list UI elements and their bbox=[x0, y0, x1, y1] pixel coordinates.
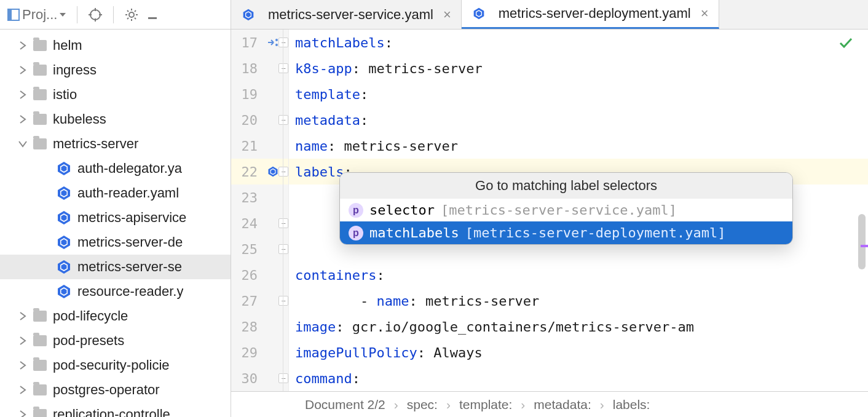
gutter-line[interactable]: 23 bbox=[231, 185, 288, 210]
code-line[interactable]: name: metrics-server bbox=[289, 133, 868, 159]
kubernetes-gutter-icon[interactable] bbox=[267, 166, 278, 177]
gutter-line[interactable]: 20− bbox=[231, 107, 288, 133]
chevron-right-icon: › bbox=[394, 397, 398, 412]
svg-line-13 bbox=[135, 18, 136, 19]
marker[interactable] bbox=[861, 245, 868, 247]
code-line[interactable]: - name: metrics-server bbox=[289, 288, 868, 314]
scrollbar[interactable] bbox=[857, 30, 868, 391]
chevron-right-icon[interactable] bbox=[12, 115, 33, 124]
fold-toggle[interactable]: − bbox=[278, 38, 288, 47]
gutter-line[interactable]: 21 bbox=[231, 133, 288, 159]
breadcrumb-item[interactable]: template: bbox=[459, 397, 512, 412]
chevron-right-icon[interactable] bbox=[12, 386, 33, 394]
select-opened-file-button[interactable] bbox=[85, 6, 106, 24]
gutter-line[interactable]: 30− bbox=[231, 365, 288, 391]
gutter-line[interactable]: 25− bbox=[231, 236, 288, 262]
chevron-right-icon[interactable] bbox=[12, 410, 33, 417]
fold-toggle[interactable]: − bbox=[278, 296, 288, 306]
tree-folder-item[interactable]: pod-presets bbox=[0, 328, 231, 353]
tree-file-item[interactable]: metrics-apiservice bbox=[0, 205, 231, 230]
chevron-down-icon[interactable] bbox=[12, 140, 33, 148]
folder-icon bbox=[33, 335, 47, 346]
tree-folder-item[interactable]: helm bbox=[0, 33, 231, 58]
tree-folder-item[interactable]: replication-controlle bbox=[0, 402, 231, 417]
fold-toggle[interactable]: − bbox=[278, 115, 288, 125]
line-number: 21 bbox=[242, 138, 258, 154]
tree-item-label: kubeless bbox=[53, 111, 106, 127]
close-icon[interactable]: × bbox=[701, 6, 709, 22]
breadcrumb-item[interactable]: metadata: bbox=[534, 397, 591, 412]
code-line[interactable]: k8s-app: metrics-server bbox=[289, 55, 868, 81]
kubernetes-file-icon bbox=[241, 7, 256, 22]
tree-file-item[interactable]: metrics-server-se bbox=[0, 255, 231, 279]
editor-tab[interactable]: metrics-server-deployment.yaml × bbox=[462, 0, 719, 29]
tree-folder-item[interactable]: istio bbox=[0, 82, 231, 107]
project-tool-window-button[interactable]: Proj... bbox=[4, 4, 69, 25]
breadcrumb[interactable]: Document 2/2›spec:›template:›metadata:›l… bbox=[231, 391, 868, 417]
goto-popup: Go to matching label selectors p selecto… bbox=[339, 172, 793, 245]
popup-item[interactable]: p selector [metrics-server-service.yaml] bbox=[340, 199, 792, 221]
tree-folder-item[interactable]: pod-security-policie bbox=[0, 353, 231, 378]
tree-file-item[interactable]: metrics-server-de bbox=[0, 230, 231, 255]
scrollbar-thumb[interactable] bbox=[858, 214, 866, 269]
tree-folder-item[interactable]: postgres-operator bbox=[0, 378, 231, 402]
tree-folder-item[interactable]: ingress bbox=[0, 58, 231, 82]
gutter-line[interactable]: 24− bbox=[231, 210, 288, 236]
chevron-right-icon[interactable] bbox=[12, 361, 33, 370]
close-icon[interactable]: × bbox=[443, 7, 451, 23]
popup-item-location: [metrics-server-service.yaml] bbox=[441, 202, 677, 218]
hide-button[interactable] bbox=[143, 7, 162, 23]
inspection-ok-icon[interactable] bbox=[838, 36, 853, 50]
code-line[interactable]: image: gcr.io/google_containers/metrics-… bbox=[289, 314, 868, 340]
settings-button[interactable] bbox=[121, 6, 142, 24]
code-line[interactable]: template: bbox=[289, 81, 868, 107]
code-line[interactable]: metadata: bbox=[289, 107, 868, 133]
kubernetes-file-icon bbox=[57, 260, 71, 274]
tree-folder-item[interactable]: metrics-server bbox=[0, 132, 231, 156]
tree-folder-item[interactable]: pod-lifecycle bbox=[0, 304, 231, 328]
breadcrumb-item[interactable]: labels: bbox=[613, 397, 650, 412]
code-line[interactable]: command: bbox=[289, 365, 868, 391]
chevron-right-icon[interactable] bbox=[12, 66, 33, 74]
code-line[interactable]: imagePullPolicy: Always bbox=[289, 340, 868, 365]
gutter-line[interactable]: 19 bbox=[231, 81, 288, 107]
tab-label: metrics-server-deployment.yaml bbox=[499, 6, 691, 22]
fold-toggle[interactable]: − bbox=[278, 167, 288, 177]
editor-tab[interactable]: metrics-server-service.yaml × bbox=[231, 0, 462, 29]
tree-item-label: resource-reader.y bbox=[77, 284, 183, 300]
tree-file-item[interactable]: auth-reader.yaml bbox=[0, 181, 231, 205]
fold-toggle[interactable]: − bbox=[278, 63, 288, 73]
chevron-right-icon[interactable] bbox=[12, 90, 33, 99]
project-icon bbox=[7, 9, 20, 21]
indent-hint-icon[interactable] bbox=[267, 38, 278, 47]
tree-item-label: pod-security-policie bbox=[53, 357, 170, 373]
tree-folder-item[interactable]: kubeless bbox=[0, 107, 231, 132]
code-line[interactable]: matchLabels: bbox=[289, 30, 868, 55]
breadcrumb-item[interactable]: spec: bbox=[407, 397, 438, 412]
gutter-line[interactable]: 17− bbox=[231, 30, 288, 55]
tree-file-item[interactable]: resource-reader.y bbox=[0, 279, 231, 304]
chevron-right-icon[interactable] bbox=[12, 336, 33, 345]
gutter-line[interactable]: 26 bbox=[231, 262, 288, 288]
code-line[interactable]: containers: bbox=[289, 262, 868, 288]
tree-item-label: pod-presets bbox=[53, 333, 124, 349]
line-number: 20 bbox=[242, 113, 258, 128]
chevron-right-icon[interactable] bbox=[12, 41, 33, 50]
project-tree[interactable]: helmingressistiokubelessmetrics-serverau… bbox=[0, 30, 231, 417]
breadcrumb-item[interactable]: Document 2/2 bbox=[305, 397, 385, 412]
project-title-label: Proj... bbox=[22, 7, 57, 23]
code-area[interactable]: matchLabels: k8s-app: metrics-server tem… bbox=[289, 30, 868, 391]
tree-file-item[interactable]: auth-delegator.ya bbox=[0, 156, 231, 181]
fold-toggle[interactable]: − bbox=[278, 373, 288, 383]
editor-gutter[interactable]: 17−18−1920−2122−2324−25−2627−282930− bbox=[231, 30, 289, 391]
chevron-right-icon[interactable] bbox=[12, 312, 33, 320]
svg-point-7 bbox=[129, 12, 134, 17]
fold-toggle[interactable]: − bbox=[278, 218, 288, 228]
popup-item[interactable]: p matchLabels [metrics-server-deployment… bbox=[340, 221, 792, 244]
gutter-line[interactable]: 29 bbox=[231, 340, 288, 365]
gutter-line[interactable]: 22− bbox=[231, 159, 288, 185]
gutter-line[interactable]: 18− bbox=[231, 55, 288, 81]
fold-toggle[interactable]: − bbox=[278, 244, 288, 254]
gutter-line[interactable]: 28 bbox=[231, 314, 288, 340]
gutter-line[interactable]: 27− bbox=[231, 288, 288, 314]
